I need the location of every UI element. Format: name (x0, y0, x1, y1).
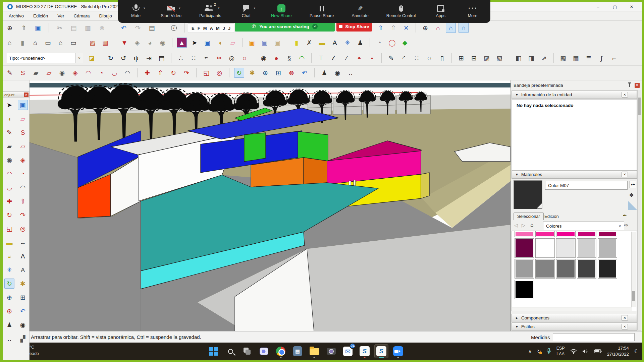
viewport-3d-scene[interactable] (30, 80, 511, 331)
weather-widget[interactable]: °C eado (30, 344, 39, 357)
materials-horizontal-scrollbar[interactable] (512, 307, 632, 311)
zoom-app-icon[interactable] (391, 344, 405, 358)
entity-info-header[interactable]: ▼ Información de la entidad ✕ (512, 90, 637, 99)
pencil-small-icon[interactable]: ✎ (386, 53, 396, 63)
fence-icon[interactable]: ≣ (584, 53, 594, 63)
zoom-window-icon[interactable]: ⊞ (273, 68, 283, 78)
color-swatch[interactable] (577, 259, 596, 279)
export-icon[interactable]: ⇥ (144, 53, 154, 63)
component-tool[interactable]: ▣ (18, 100, 28, 110)
freehand-icon[interactable]: S (18, 68, 28, 78)
swatch-scrollbar[interactable] (631, 232, 636, 307)
zoom-extents-icon[interactable]: ⊛ (286, 68, 297, 78)
color-swatch[interactable] (556, 259, 576, 279)
terrain-rough-icon[interactable]: ▨ (88, 38, 98, 48)
cylinder-small-icon[interactable]: ▯ (437, 53, 447, 63)
start-video-button[interactable]: ∨Start Video (161, 4, 181, 18)
hatch4-icon[interactable]: ▦ (571, 53, 581, 63)
circle-dash-icon[interactable]: ◌ (424, 53, 434, 63)
home-icon[interactable]: ⌂ (530, 222, 534, 228)
mute-button[interactable]: ∨Mute (129, 4, 143, 18)
calculator-icon[interactable]: ▦ (290, 344, 305, 358)
freehand-tool[interactable]: S (18, 127, 28, 137)
paste-icon[interactable]: ▥ (83, 23, 93, 33)
axes-tool[interactable]: ✳ (4, 265, 14, 275)
zoom-extents-tool[interactable]: ⊛ (4, 306, 14, 316)
pin-icon[interactable] (629, 83, 630, 87)
walk-tool[interactable]: ‥ (4, 334, 14, 344)
new-share-button[interactable]: New Share (271, 4, 292, 18)
rotated-rectangle-tool[interactable]: ▱ (18, 141, 28, 151)
rectangle-tool[interactable]: ▰ (4, 141, 14, 151)
pie-tool[interactable]: ◔ (18, 169, 28, 179)
component-box-icon[interactable]: ▣ (202, 38, 212, 48)
extension-warehouse-icon[interactable]: ✕ (401, 23, 411, 33)
rotated-rectangle-icon[interactable]: ▱ (44, 68, 54, 78)
select-arrow-icon[interactable]: ➤ (190, 38, 200, 48)
back-arrow-icon[interactable]: ◁ (514, 223, 518, 228)
color-swatch[interactable] (515, 231, 534, 237)
scale-tool[interactable]: ◱ (4, 224, 14, 234)
front-view-icon[interactable]: ⌂ (459, 23, 469, 33)
arc3-tool[interactable]: ◠ (18, 182, 28, 192)
color-swatch[interactable] (515, 238, 534, 258)
hatch1-icon[interactable]: ▨ (482, 53, 492, 63)
paint-bucket-plus-icon[interactable]: ❖ (629, 192, 634, 199)
rotate-tool[interactable]: ↻ (4, 210, 14, 220)
tab-seleccionar[interactable]: Seleccionar (514, 213, 544, 220)
scale-icon[interactable]: ◱ (201, 68, 211, 78)
axes-icon[interactable]: ✳ (342, 38, 353, 48)
offset-tool[interactable]: ◎ (18, 224, 28, 234)
color-swatch[interactable] (577, 238, 596, 258)
color-swatch[interactable] (515, 259, 534, 279)
circle-tool[interactable]: ◉ (4, 155, 14, 165)
color-swatch[interactable] (535, 238, 555, 258)
text-a1-icon[interactable]: A (330, 38, 340, 48)
minimize-button[interactable]: – (590, 2, 606, 11)
open-house-icon[interactable]: ⌂ (56, 38, 66, 48)
language-indicator[interactable]: ESP LAA (556, 346, 565, 357)
cut-red-icon[interactable]: ✂ (214, 53, 224, 63)
annotate-button[interactable]: Annotate (352, 4, 369, 18)
entity-info-close-icon[interactable]: ✕ (622, 92, 628, 98)
model-info-icon[interactable]: i (169, 23, 179, 33)
slope-icon[interactable]: ∕ (341, 53, 352, 63)
sync-icon[interactable]: ↻ (537, 349, 541, 354)
previous-view-tool[interactable]: ↶ (18, 306, 28, 316)
apps-button[interactable]: Apps (434, 4, 448, 18)
arc2-tool[interactable]: ◡ (4, 182, 14, 192)
pan-icon[interactable]: ✱ (247, 68, 257, 78)
materials-close-icon[interactable]: ✕ (622, 172, 628, 177)
file-explorer-icon[interactable] (307, 344, 321, 358)
eyedropper-icon[interactable]: ✒ (623, 213, 627, 219)
iso-house-icon[interactable]: ⌂ (5, 38, 15, 48)
tipo-dropdown[interactable]: Tipo: <undefined> ∨ (6, 53, 83, 63)
palette-title-bar[interactable]: onjunt... ✕ (3, 91, 30, 98)
pie-icon[interactable]: ◔ (96, 68, 106, 78)
hatch3-icon[interactable]: ▩ (558, 53, 568, 63)
chrome-icon[interactable] (274, 344, 288, 358)
color-swatch[interactable] (515, 280, 534, 299)
move-tool[interactable]: ✚ (4, 196, 14, 206)
terrain-drape-icon[interactable]: ◉ (158, 38, 168, 48)
arc-icon[interactable]: ◠ (83, 68, 93, 78)
open-icon[interactable]: ⇑ (19, 23, 29, 33)
s-curve-icon[interactable]: § (284, 53, 294, 63)
plan-view-icon[interactable]: ▭ (43, 38, 53, 48)
start-button[interactable] (207, 344, 221, 358)
menu-item[interactable]: Cámara (69, 13, 95, 18)
shell-icon[interactable]: ◔ (374, 38, 384, 48)
text-tool[interactable]: A (18, 251, 28, 261)
menu-item[interactable]: Dibujo (95, 13, 117, 18)
color-swatch[interactable] (535, 231, 555, 237)
corner-icon[interactable]: ⌐ (609, 53, 619, 63)
square-red-icon[interactable]: ▪ (367, 53, 377, 63)
month-letter[interactable]: M (216, 26, 220, 31)
select-tool[interactable]: ➤ (4, 100, 14, 110)
undo-icon[interactable]: ↶ (119, 23, 129, 33)
scrollbar-thumb[interactable] (632, 291, 635, 301)
material-name-input[interactable] (545, 181, 628, 190)
oval-red-icon[interactable]: ◯ (387, 38, 397, 48)
tags-icon[interactable]: ◪ (87, 53, 97, 63)
terrain-box-icon[interactable]: ◈ (132, 38, 142, 48)
